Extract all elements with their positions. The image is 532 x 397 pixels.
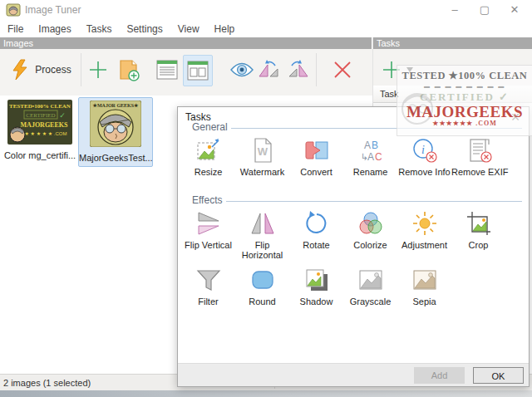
task-rotate[interactable]: Rotate [289,210,343,260]
task-crop[interactable]: Crop [451,210,505,260]
menu-settings[interactable]: Settings [119,23,170,35]
majorgeeks-logo-thumbnail: ★MAJOR GEEKS★ [90,100,141,147]
task-resize[interactable]: Resize [181,137,235,177]
thumbnail-view-button[interactable] [183,55,213,86]
list-view-icon [155,59,179,81]
add-task-button[interactable] [379,55,404,85]
chevron-down-icon [406,67,413,72]
svg-text:i: i [421,144,425,156]
task-flip-horizontal[interactable]: Flip Horizontal [235,210,289,260]
add-task-dropdown[interactable] [405,55,415,85]
task-label: Sepia [412,297,436,306]
task-column-header[interactable]: Task [373,86,532,103]
task-filter[interactable]: Filter [181,267,235,306]
task-label: Rotate [303,240,329,250]
task-watermark[interactable]: W Watermark [235,137,289,177]
task-convert[interactable]: Convert [289,137,343,177]
folder-add-icon [117,57,142,82]
menu-tasks[interactable]: Tasks [79,23,120,35]
task-sepia[interactable]: Sepia [397,267,451,306]
process-button[interactable]: Process [5,55,76,85]
app-icon [6,2,21,17]
group-line [226,201,522,202]
thumbnail-view-icon [186,60,209,81]
menu-file[interactable]: File [0,23,31,35]
rotate-icon [303,210,330,237]
task-remove-exif[interactable]: Remove EXIF [451,137,508,177]
group-label-general: General [189,121,231,133]
task-label: Grayscale [350,297,392,306]
menu-help[interactable]: Help [207,23,243,35]
svg-text:CERTIFIED: CERTIFIED [26,112,55,119]
watermark-icon: W [249,137,276,164]
tasks-dialog: Tasks ✕ General Resize W [177,106,530,387]
rotate-right-button[interactable] [284,55,311,85]
task-label: Adjustment [401,240,447,250]
dialog-footer: Add OK [178,363,529,386]
status-text: 2 images (1 selected) [3,378,91,388]
svg-text:A: A [364,140,371,151]
maximize-button[interactable]: ▢ [470,0,499,20]
task-label: Watermark [240,167,284,177]
dialog-close-button[interactable]: ✕ [508,110,523,125]
task-shadow[interactable]: Shadow [289,267,343,306]
delete-x-icon [332,60,352,80]
task-grayscale[interactable]: Grayscale [343,267,397,306]
group-line [229,128,522,129]
convert-icon [303,137,330,164]
task-flip-vertical[interactable]: Flip Vertical [181,210,235,260]
task-label: Flip Horizontal [237,240,288,260]
task-round[interactable]: Round [235,267,289,306]
add-folder-button[interactable] [116,55,144,85]
flip-horizontal-icon [249,210,276,237]
general-task-row: Resize W Watermark Convert A [181,137,527,177]
adjustment-icon [411,210,438,237]
crop-icon [466,210,492,237]
minimize-button[interactable]: – [441,0,469,20]
task-adjustment[interactable]: Adjustment [397,210,451,260]
window-bottom-edge [0,390,532,397]
svg-text:★ ★ ★ ★ ★ .COM: ★ ★ ★ ★ ★ .COM [25,131,67,136]
menu-images[interactable]: Images [31,23,78,35]
menu-view[interactable]: View [170,23,207,35]
grayscale-icon [357,267,384,293]
preview-button[interactable] [228,55,256,85]
remove-info-icon: i [411,137,438,164]
task-remove-info[interactable]: i Remove Info [397,137,451,177]
add-images-button[interactable] [86,55,111,85]
list-view-button[interactable] [153,55,181,85]
thumbnail-item[interactable]: TESTED•100% CLEAN CERTIFIED ✓ MAJORGEEKS… [3,100,76,160]
task-label: Remove Info [398,167,450,177]
task-label: Filter [198,297,218,306]
task-label: Round [249,297,275,306]
thumbnail-item-selected[interactable]: ★MAJOR GEEKS★ MajorGeeksTest... [78,97,153,167]
task-label: Flip Vertical [185,240,232,250]
resize-icon [195,137,222,164]
remove-exif-icon [466,137,493,164]
rotate-left-button[interactable] [256,55,283,85]
svg-text:✓: ✓ [59,111,66,120]
svg-text:B: B [372,140,378,151]
add-button[interactable]: Add [414,367,465,384]
rotate-left-icon [258,58,281,81]
plus-icon [382,60,401,80]
rotate-right-icon [286,58,309,81]
task-label: Rename [353,167,388,177]
effects-task-row-2: Filter Round Shadow [181,267,527,306]
remove-images-button[interactable] [329,55,356,85]
menu-bar: File Images Tasks Settings View Help [0,20,532,37]
svg-text:MAJORGEEKS: MAJORGEEKS [21,121,68,129]
svg-text:C: C [375,151,382,163]
task-colorize[interactable]: Colorize [343,210,397,260]
colorize-icon [357,210,384,237]
svg-text:★MAJOR GEEKS★: ★MAJOR GEEKS★ [93,103,140,108]
task-rename[interactable]: A B ↳ A C Rename [343,137,397,177]
svg-text:W: W [257,145,268,158]
ok-button[interactable]: OK [473,367,524,384]
close-button[interactable]: ✕ [500,0,529,20]
certified-stamp-thumbnail: TESTED•100% CLEAN CERTIFIED ✓ MAJORGEEKS… [7,100,72,145]
task-label: Crop [469,240,489,250]
effects-task-row-1: Flip Vertical Flip Horizontal Rotate [181,210,527,260]
task-label: Resize [195,167,223,177]
window-title: Image Tuner [25,4,81,16]
